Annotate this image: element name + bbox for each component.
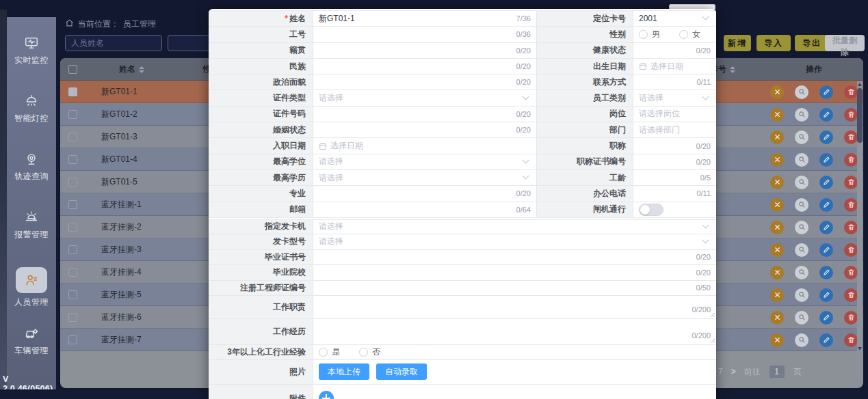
- field-select[interactable]: 请选择: [633, 90, 716, 106]
- row-checkbox[interactable]: [68, 223, 77, 232]
- sidebar-item-person-manage[interactable]: 人员管理: [7, 267, 56, 325]
- edit-button[interactable]: [819, 198, 833, 212]
- edit-button[interactable]: [819, 130, 833, 144]
- field-text[interactable]: 0/20: [313, 186, 537, 202]
- add-button[interactable]: 新增: [724, 35, 751, 51]
- delete-button[interactable]: [844, 221, 858, 234]
- delete-button[interactable]: [844, 198, 858, 212]
- edit-button[interactable]: [819, 85, 833, 99]
- card-button[interactable]: [770, 288, 784, 302]
- edit-button[interactable]: [819, 243, 833, 257]
- field-add[interactable]: [313, 385, 716, 399]
- gate-pass-toggle[interactable]: [639, 204, 663, 216]
- field-select[interactable]: 请选择: [313, 220, 716, 234]
- row-checkbox[interactable]: [68, 155, 77, 164]
- row-checkbox[interactable]: [68, 133, 77, 141]
- view-button[interactable]: [795, 311, 808, 325]
- field-toggle[interactable]: [633, 202, 716, 218]
- next-page-button[interactable]: >: [731, 367, 736, 376]
- row-checkbox[interactable]: [68, 178, 77, 187]
- delete-button[interactable]: [844, 153, 858, 167]
- field-text[interactable]: 0/20: [313, 74, 537, 90]
- edit-button[interactable]: [819, 108, 833, 122]
- field-text[interactable]: 0/36: [313, 27, 537, 42]
- row-checkbox[interactable]: [68, 268, 77, 277]
- goto-page-input[interactable]: 1: [769, 365, 785, 379]
- sidebar-item-alarm-manage[interactable]: 报警管理: [7, 209, 56, 267]
- field-text[interactable]: 0/20: [313, 107, 537, 122]
- row-checkbox[interactable]: [68, 335, 77, 344]
- row-checkbox[interactable]: [68, 200, 77, 209]
- select-all-checkbox[interactable]: [68, 65, 77, 74]
- field-textarea[interactable]: 0/200: [313, 319, 716, 345]
- row-checkbox[interactable]: [68, 290, 77, 299]
- column-header-name[interactable]: 姓名: [89, 58, 174, 81]
- delete-button[interactable]: [844, 108, 858, 122]
- add-attachment-button[interactable]: [319, 391, 334, 399]
- radio-option[interactable]: 男: [639, 29, 660, 40]
- field-select[interactable]: 请选择: [313, 170, 537, 186]
- view-button[interactable]: [795, 108, 808, 122]
- radio-option[interactable]: 否: [359, 346, 380, 358]
- delete-button[interactable]: [844, 130, 858, 144]
- scrollbar-thumb[interactable]: [857, 88, 863, 143]
- radio-option[interactable]: 女: [679, 29, 700, 40]
- field-radio[interactable]: 是否: [313, 345, 716, 360]
- card-button[interactable]: [770, 311, 784, 325]
- sort-icon[interactable]: [730, 66, 735, 73]
- scroll-down-icon[interactable]: [858, 347, 862, 350]
- sort-icon[interactable]: [139, 66, 144, 73]
- card-button[interactable]: [770, 198, 784, 212]
- field-text[interactable]: 请选择部门: [633, 122, 716, 138]
- edit-button[interactable]: [819, 221, 833, 234]
- view-button[interactable]: [795, 333, 808, 347]
- sidebar-item-realtime-monitor[interactable]: 实时监控: [7, 35, 56, 93]
- view-button[interactable]: [795, 85, 808, 99]
- row-checkbox[interactable]: [68, 313, 77, 322]
- view-button[interactable]: [795, 130, 808, 144]
- radio-option[interactable]: 是: [319, 346, 340, 358]
- view-button[interactable]: [795, 288, 808, 302]
- field-text[interactable]: 0/20: [313, 265, 716, 281]
- field-text[interactable]: 0/20: [633, 43, 716, 59]
- export-button[interactable]: 导出: [795, 35, 829, 51]
- field-textarea[interactable]: 0/200: [313, 296, 716, 319]
- delete-button[interactable]: [844, 176, 858, 189]
- delete-button[interactable]: [844, 311, 858, 325]
- sidebar-item-smart-light[interactable]: 智能灯控: [7, 93, 56, 151]
- view-button[interactable]: [795, 153, 808, 167]
- card-button[interactable]: [770, 108, 784, 122]
- table-scrollbar[interactable]: [857, 81, 863, 352]
- delete-button[interactable]: [844, 266, 858, 279]
- field-buttons[interactable]: 本地上传自动录取: [313, 360, 716, 385]
- field-date[interactable]: 选择日期: [313, 138, 537, 154]
- field-text[interactable]: 0/11: [633, 186, 716, 202]
- field-text[interactable]: 0/20: [633, 138, 716, 154]
- import-button[interactable]: 导入: [757, 35, 791, 51]
- row-checkbox[interactable]: [68, 245, 77, 254]
- row-checkbox[interactable]: [68, 87, 77, 96]
- scroll-up-icon[interactable]: [858, 83, 862, 86]
- field-text[interactable]: 0/5: [633, 170, 716, 186]
- field-text[interactable]: 新GT01-17/36: [313, 11, 537, 27]
- edit-button[interactable]: [819, 266, 833, 279]
- auto-capture-button[interactable]: 自动录取: [376, 363, 427, 380]
- sidebar-item-track-query[interactable]: 轨迹查询: [7, 151, 56, 209]
- edit-button[interactable]: [819, 153, 833, 167]
- field-date[interactable]: 选择日期: [633, 59, 716, 74]
- field-text[interactable]: 0/64: [313, 202, 537, 218]
- card-button[interactable]: [770, 243, 784, 257]
- card-button[interactable]: [770, 266, 784, 279]
- edit-button[interactable]: [819, 333, 833, 347]
- search-input[interactable]: [65, 35, 162, 51]
- field-text[interactable]: 0/50: [313, 281, 716, 296]
- field-select[interactable]: 请选择: [313, 90, 537, 106]
- delete-button[interactable]: [844, 333, 858, 347]
- view-button[interactable]: [795, 176, 808, 189]
- edit-button[interactable]: [819, 176, 833, 189]
- field-select[interactable]: 请选择: [313, 154, 537, 170]
- view-button[interactable]: [795, 266, 808, 279]
- card-button[interactable]: [770, 130, 784, 144]
- field-text[interactable]: 0/20: [633, 154, 716, 170]
- delete-button[interactable]: [844, 85, 858, 99]
